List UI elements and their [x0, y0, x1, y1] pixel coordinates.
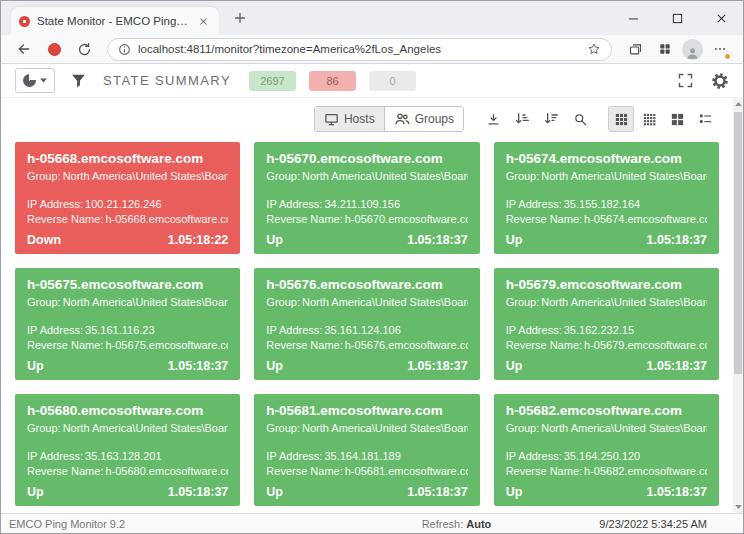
site-red-dot-icon[interactable] — [41, 37, 67, 61]
host-card[interactable]: h-05670.emcosoftware.com Group:North Ame… — [254, 142, 479, 254]
browser-menu-button[interactable] — [707, 37, 733, 61]
gear-icon — [711, 72, 729, 90]
host-card[interactable]: h-05681.emcosoftware.com Group:North Ame… — [254, 394, 479, 506]
host-uptime: 1.05:18:37 — [647, 359, 707, 373]
host-reverse-line: Reverse Name:h-05682.emcosoftware.com — [506, 464, 707, 479]
host-status: Up — [506, 233, 523, 247]
group-value: North America\United States\Boardman — [541, 422, 707, 434]
groups-toggle-button[interactable]: Groups — [384, 107, 463, 131]
group-value: North America\United States\Boardman — [541, 170, 707, 182]
reverse-name-label: Reverse Name: — [506, 465, 582, 477]
host-ip-line: IP Address:34.211.109.156 — [266, 197, 467, 212]
reverse-name-label: Reverse Name: — [506, 213, 582, 225]
hosts-toggle-button[interactable]: Hosts — [315, 107, 384, 131]
address-bar[interactable]: localhost:4811/monitor?timezone=America%… — [107, 38, 612, 61]
url-text[interactable]: localhost:4811/monitor?timezone=America%… — [138, 43, 441, 55]
host-ip-line: IP Address:100.21.126.246 — [27, 197, 228, 212]
host-status: Up — [266, 485, 283, 499]
profile-avatar[interactable] — [682, 39, 703, 60]
refresh-label: Refresh: — [422, 518, 464, 530]
host-card[interactable]: h-05679.emcosoftware.com Group:North Ame… — [494, 268, 719, 380]
browser-tab[interactable]: State Monitor - EMCO Ping Mon... — [11, 7, 219, 35]
scrollbar[interactable] — [733, 98, 743, 513]
zoom-button[interactable] — [568, 107, 592, 131]
list-details-icon — [698, 112, 713, 127]
host-card[interactable]: h-05682.emcosoftware.com Group:North Ame… — [494, 394, 719, 506]
chart-menu-button[interactable] — [15, 68, 55, 93]
details-view-button[interactable] — [693, 107, 717, 131]
host-group-line: Group:North America\United States\Boardm… — [266, 421, 467, 436]
app-toolbar: STATE SUMMARY 2697 86 0 — [1, 64, 743, 98]
down-count-badge: 86 — [309, 71, 356, 91]
tab-title: State Monitor - EMCO Ping Mon... — [37, 15, 188, 27]
host-card[interactable]: h-05668.emcosoftware.com Group:North Ame… — [15, 142, 240, 254]
groups-label: Groups — [415, 112, 454, 126]
maximize-button[interactable] — [655, 1, 699, 35]
refresh-value[interactable]: Auto — [466, 518, 491, 530]
browser-navbar: localhost:4811/monitor?timezone=America%… — [1, 35, 743, 64]
collections-icon[interactable] — [622, 37, 648, 61]
reverse-name-label: Reverse Name: — [506, 339, 582, 351]
host-name: h-05668.emcosoftware.com — [27, 151, 228, 166]
group-label: Group: — [27, 296, 61, 308]
host-ip-line: IP Address:35.162.232.15 — [506, 323, 707, 338]
settings-button[interactable] — [711, 72, 729, 90]
page-title: STATE SUMMARY — [103, 73, 231, 88]
sort-ascending-button[interactable] — [510, 107, 534, 131]
sort-ascending-icon — [514, 111, 530, 127]
close-button[interactable] — [699, 1, 743, 35]
filter-button[interactable] — [65, 68, 91, 93]
host-card[interactable]: h-05675.emcosoftware.com Group:North Ame… — [15, 268, 240, 380]
reverse-name-value: h-05679.emcosoftware.com — [584, 339, 707, 351]
chevron-down-icon — [40, 78, 47, 83]
group-label: Group: — [266, 296, 300, 308]
sort-descending-button[interactable] — [539, 107, 563, 131]
ip-value: 35.155.182.164 — [564, 198, 640, 210]
grid-view-button[interactable] — [609, 107, 633, 131]
host-card-footer: Up 1.05:18:37 — [266, 359, 467, 373]
fullscreen-button[interactable] — [677, 72, 694, 89]
host-card[interactable]: h-05674.emcosoftware.com Group:North Ame… — [494, 142, 719, 254]
host-reverse-line: Reverse Name:h-05679.emcosoftware.com — [506, 338, 707, 353]
reverse-name-value: h-05675.emcosoftware.com — [105, 339, 228, 351]
host-group-line: Group:North America\United States\Boardm… — [27, 421, 228, 436]
site-info-icon[interactable] — [118, 43, 131, 56]
ip-label: IP Address: — [506, 198, 562, 210]
tab-strip: State Monitor - EMCO Ping Mon... — [1, 1, 743, 35]
small-tiles-view-button[interactable] — [637, 107, 661, 131]
favorites-star-icon[interactable] — [587, 42, 601, 56]
host-reverse-line: Reverse Name:h-05680.emcosoftware.com — [27, 464, 228, 479]
scrollbar-thumb[interactable] — [734, 112, 742, 374]
reverse-name-label: Reverse Name: — [266, 339, 342, 351]
grid-4x4-icon — [642, 112, 657, 127]
host-reverse-line: Reverse Name:h-05681.emcosoftware.com — [266, 464, 467, 479]
scroll-down-arrow[interactable] — [733, 501, 743, 513]
back-button[interactable] — [11, 37, 37, 61]
host-reverse-line: Reverse Name:h-05670.emcosoftware.com — [266, 212, 467, 227]
host-ip-line: IP Address:35.161.124.106 — [266, 323, 467, 338]
grid-3x3-icon — [614, 112, 629, 127]
app-version-label: EMCO Ping Monitor 9.2 — [9, 518, 125, 530]
host-reverse-line: Reverse Name:h-05674.emcosoftware.com — [506, 212, 707, 227]
reverse-name-label: Reverse Name: — [27, 339, 103, 351]
new-tab-button[interactable] — [227, 5, 253, 31]
view-controls-row: Hosts Groups — [1, 98, 743, 140]
ip-value: 35.161.116.23 — [85, 324, 155, 336]
export-button[interactable] — [481, 107, 505, 131]
group-value: North America\United States\Boardman — [302, 422, 468, 434]
group-label: Group: — [27, 422, 61, 434]
group-value: North America\United States\Boardman — [302, 296, 468, 308]
apps-icon[interactable] — [652, 37, 678, 61]
scroll-up-arrow[interactable] — [733, 98, 743, 110]
ip-label: IP Address: — [27, 324, 83, 336]
refresh-button[interactable] — [71, 37, 97, 61]
host-card-footer: Down 1.05:18:22 — [27, 233, 228, 247]
tab-close-icon[interactable] — [195, 13, 211, 29]
funnel-icon — [70, 72, 87, 89]
ip-value: 35.163.128.201 — [85, 450, 161, 462]
large-tiles-view-button[interactable] — [665, 107, 689, 131]
host-card[interactable]: h-05680.emcosoftware.com Group:North Ame… — [15, 394, 240, 506]
minimize-button[interactable] — [611, 1, 655, 35]
host-group-line: Group:North America\United States\Boardm… — [506, 295, 707, 310]
host-card[interactable]: h-05676.emcosoftware.com Group:North Ame… — [254, 268, 479, 380]
